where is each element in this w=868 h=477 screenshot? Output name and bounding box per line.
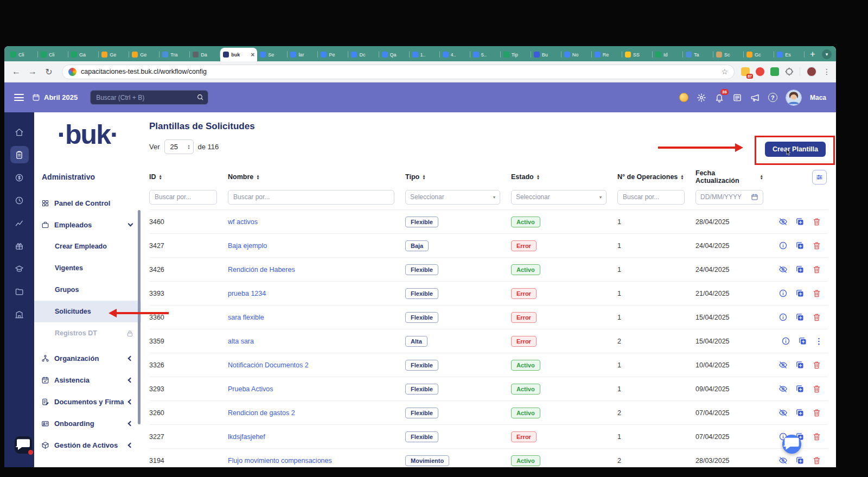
sidebar-item-documentos-y-firma[interactable]: Documentos y Firma xyxy=(34,391,141,412)
sort-icon[interactable]: ▲▼ xyxy=(680,174,684,180)
browser-tab[interactable]: Ge xyxy=(129,48,159,61)
dup-icon[interactable] xyxy=(795,265,805,274)
rail-benefits-icon[interactable] xyxy=(10,237,29,255)
kebab-menu-icon[interactable]: ⋮ xyxy=(815,336,821,346)
filter-estado-select[interactable]: Seleccionar▾ xyxy=(511,190,607,205)
rail-talent-icon[interactable] xyxy=(10,260,29,277)
browser-tab[interactable]: Qa xyxy=(379,48,410,61)
dup-icon[interactable] xyxy=(795,289,805,298)
filter-id-input[interactable] xyxy=(149,190,217,205)
trash-icon[interactable] xyxy=(812,432,821,441)
rail-reports-icon[interactable] xyxy=(10,214,29,232)
template-name-link[interactable]: lkdsjfasjehef xyxy=(228,433,265,441)
tab-close-icon[interactable]: × xyxy=(251,51,254,59)
rail-requests-icon[interactable] xyxy=(10,146,29,163)
reload-button[interactable]: ↻ xyxy=(42,67,55,77)
settings-gear-icon[interactable] xyxy=(697,93,706,103)
sidebar-item-organizaci-n[interactable]: Organización xyxy=(34,347,141,369)
sidebar-item-vigentes[interactable]: Vigentes xyxy=(34,257,141,279)
browser-tab[interactable]: Sc xyxy=(713,48,744,61)
template-name-link[interactable]: Notificación Documentos 2 xyxy=(228,361,309,369)
user-avatar[interactable] xyxy=(786,90,802,106)
browser-tab[interactable]: Ge xyxy=(99,48,129,61)
trash-icon[interactable] xyxy=(812,384,821,393)
help-icon[interactable]: ? xyxy=(768,93,777,102)
global-search-input[interactable] xyxy=(90,90,208,105)
sort-icon[interactable]: ▲▼ xyxy=(422,174,425,180)
hamburger-menu-icon[interactable] xyxy=(14,92,24,103)
eyeoff-icon[interactable] xyxy=(778,384,788,393)
trash-icon[interactable] xyxy=(812,217,821,226)
bookmark-star-icon[interactable]: ☆ xyxy=(721,67,728,76)
sidebar-item-empleados[interactable]: Empleados xyxy=(34,214,141,236)
browser-tab[interactable]: Re xyxy=(592,48,622,61)
sidebar-item-crear-empleado[interactable]: Crear Empleado xyxy=(34,236,141,257)
browser-tab[interactable]: Da xyxy=(190,48,220,61)
trash-icon[interactable] xyxy=(812,289,821,298)
chat-widget-dark[interactable] xyxy=(15,436,32,454)
browser-tab[interactable]: Ta xyxy=(683,48,713,61)
template-name-link[interactable]: wf activos xyxy=(228,218,258,226)
forward-button[interactable]: → xyxy=(26,67,39,77)
browser-tab[interactable]: Bu xyxy=(531,48,561,61)
page-size-select[interactable]: 25 ▴▾ xyxy=(164,139,194,154)
trash-icon[interactable] xyxy=(812,360,821,370)
browser-menu-icon[interactable]: ⋮ xyxy=(823,67,831,76)
news-icon[interactable] xyxy=(732,93,742,103)
browser-tab[interactable]: Cli xyxy=(8,48,38,61)
new-tab-button[interactable]: + xyxy=(807,48,819,60)
info-icon[interactable] xyxy=(781,336,790,346)
dup-icon[interactable] xyxy=(798,336,807,346)
filter-fecha-input[interactable]: DD/MM/YYYY xyxy=(695,190,763,205)
browser-tab[interactable]: Gc xyxy=(744,48,774,61)
create-template-button[interactable]: Crear Plantilla xyxy=(765,142,826,157)
extension-icon-3[interactable] xyxy=(770,67,779,76)
template-name-link[interactable]: Flujo movimiento compensaciones xyxy=(228,457,332,465)
back-button[interactable]: ← xyxy=(10,67,23,77)
sort-icon[interactable]: ▲▼ xyxy=(537,174,540,180)
browser-tab[interactable]: Ga xyxy=(68,48,99,61)
trash-icon[interactable] xyxy=(812,408,821,417)
info-icon[interactable] xyxy=(778,241,788,250)
column-header-id[interactable]: ID▲▼ xyxy=(149,173,228,181)
template-name-link[interactable]: alta sara xyxy=(228,338,254,345)
announcements-icon[interactable] xyxy=(750,93,760,103)
column-header-n-de-operaciones[interactable]: N° de Operaciones▲▼ xyxy=(617,173,695,181)
filter-nombre-input[interactable] xyxy=(228,190,394,205)
template-name-link[interactable]: sara flexible xyxy=(228,314,264,321)
trash-icon[interactable] xyxy=(812,313,821,322)
browser-tab[interactable]: SS xyxy=(622,48,653,61)
browser-tab[interactable]: Dc xyxy=(348,48,379,61)
eyeoff-icon[interactable] xyxy=(778,408,788,417)
sidebar-scrollbar[interactable] xyxy=(138,210,141,424)
template-name-link[interactable]: Prueba Activos xyxy=(228,385,273,393)
browser-tab[interactable]: Se xyxy=(257,48,288,61)
browser-tab[interactable]: Tra xyxy=(159,48,190,61)
period-selector[interactable]: Abril 2025 xyxy=(32,93,78,101)
rail-payroll-icon[interactable] xyxy=(10,169,29,186)
column-header-tipo[interactable]: Tipo▲▼ xyxy=(405,173,511,181)
dup-icon[interactable] xyxy=(795,241,805,250)
dup-icon[interactable] xyxy=(795,360,805,370)
browser-tab[interactable]: Pe xyxy=(318,48,348,61)
extension-icon-2[interactable] xyxy=(756,67,764,76)
column-header-nombre[interactable]: Nombre▲▼ xyxy=(228,173,405,181)
browser-profile-avatar[interactable] xyxy=(806,66,817,77)
extensions-puzzle-icon[interactable] xyxy=(785,67,794,76)
browser-tab[interactable]: 5.. xyxy=(470,48,501,61)
eyeoff-icon[interactable] xyxy=(778,360,788,370)
trash-icon[interactable] xyxy=(812,265,821,274)
template-name-link[interactable]: Rendicion de gastos 2 xyxy=(228,409,295,417)
sidebar-item-grupos[interactable]: Grupos xyxy=(34,279,141,301)
browser-tab[interactable]: lar xyxy=(288,48,318,61)
template-name-link[interactable]: Baja ejemplo xyxy=(228,242,267,250)
dup-icon[interactable] xyxy=(795,456,805,465)
filter-tipo-select[interactable]: Seleccionar▾ xyxy=(405,190,500,205)
eyeoff-icon[interactable] xyxy=(778,265,788,274)
column-header-estado[interactable]: Estado▲▼ xyxy=(511,173,617,181)
browser-tab[interactable]: 4.. xyxy=(440,48,470,61)
eyeoff-icon[interactable] xyxy=(778,456,788,465)
sort-icon[interactable]: ▲▼ xyxy=(256,174,259,180)
rail-time-icon[interactable] xyxy=(10,192,29,209)
browser-tab[interactable]: Cli xyxy=(38,48,68,61)
